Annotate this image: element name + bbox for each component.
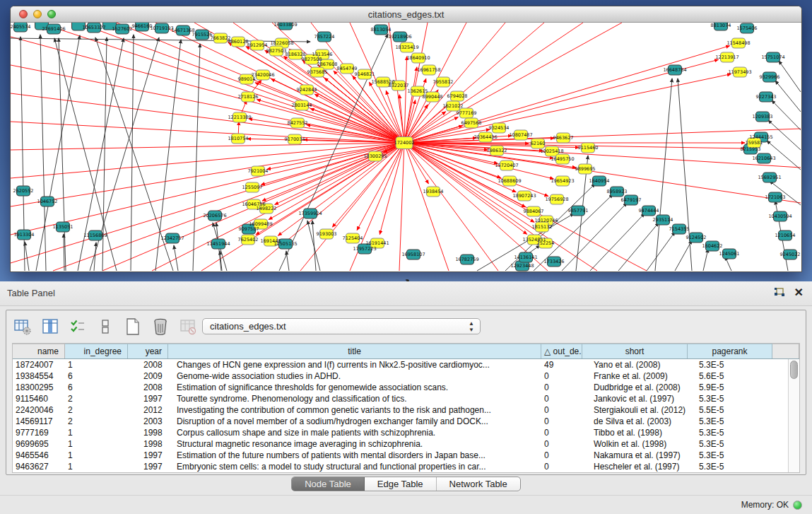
- table-cell: 5.3E-5: [688, 450, 772, 461]
- table-cell: 18724007: [13, 359, 65, 370]
- graph-node-label: 6479197: [621, 197, 642, 203]
- graph-node-label: 19756928: [545, 197, 568, 202]
- delete-column-icon[interactable]: [150, 316, 171, 337]
- table-cell: 5.5E-5: [688, 404, 772, 416]
- table-cell: Structural magnetic resonance image aver…: [168, 438, 541, 450]
- float-panel-icon[interactable]: [773, 287, 786, 298]
- show-columns-icon[interactable]: [95, 316, 116, 337]
- table-cell: Jankovic et al. (1997): [582, 393, 688, 404]
- table-cell: 5.3E-5: [688, 461, 772, 472]
- tab-edge-table[interactable]: Edge Table: [365, 477, 437, 491]
- new-table-icon[interactable]: [122, 316, 143, 337]
- graph-node-label: 989014: [238, 76, 256, 82]
- network-window-titlebar[interactable]: citations_edges.txt: [11, 6, 801, 23]
- graph-node-label: 1046752: [37, 199, 58, 204]
- graph-node-label: 20364436: [473, 134, 497, 140]
- graph-node-label: 18300295: [363, 153, 387, 159]
- graph-node-label: 252254: [537, 240, 555, 246]
- table-cell: 0: [541, 393, 582, 404]
- graph-node-label: 15751074: [761, 54, 784, 60]
- graph-node-label: 1209383: [753, 114, 773, 119]
- table-row[interactable]: 1830029562008Estimation of significance …: [13, 382, 788, 393]
- graph-node-label: 16191441: [365, 240, 389, 246]
- table-select-value: citations_edges.txt: [210, 321, 286, 332]
- graph-node-label: 7915526: [192, 32, 213, 37]
- graph-node-label: 9324534: [489, 125, 510, 131]
- graph-node-label: 16033809: [273, 23, 297, 28]
- graph-node-label: 16648784: [663, 67, 686, 73]
- network-graph-svg[interactable]: 2405574276914061065332715276029466160107…: [11, 23, 801, 271]
- table-row[interactable]: 946362711997Embryonic stem cells: a mode…: [13, 461, 788, 472]
- table-row[interactable]: 1938455462009Genome-wide association stu…: [13, 370, 788, 382]
- graph-node-label: 6794028: [447, 93, 468, 99]
- table-row[interactable]: 911546021997Tourette syndrome. Phenomeno…: [13, 393, 788, 404]
- table-row[interactable]: 1456911722003Disruption of a novel membe…: [13, 416, 788, 427]
- graph-node-label: 9170034: [285, 136, 305, 142]
- graph-node-label: 7125404: [343, 235, 363, 241]
- column-header-in-degree[interactable]: in_degree: [65, 344, 128, 358]
- graph-node-label: 9227343: [756, 94, 777, 100]
- network-view[interactable]: 2405574276914061065332715276029466160107…: [11, 23, 801, 271]
- column-header-year[interactable]: year: [128, 344, 168, 358]
- table-row[interactable]: 1872400712008Changes of HCN gene express…: [13, 359, 788, 370]
- table-row[interactable]: 977716911998Corpus callosum shape and si…: [13, 427, 788, 438]
- close-panel-icon[interactable]: ✕: [794, 287, 804, 298]
- graph-node-label: 10688609: [498, 178, 521, 184]
- graph-node-label: 2867608: [317, 62, 338, 67]
- table-cell: 0: [541, 450, 582, 461]
- graph-node-label: 8427552: [288, 120, 308, 126]
- table-select-dropdown[interactable]: citations_edges.txt ▲▼: [202, 318, 481, 334]
- graph-node-label: 7625402: [238, 237, 259, 243]
- table-cell: 6: [65, 370, 128, 382]
- graph-node-label: 10025418: [540, 148, 563, 154]
- table-cell: 2012: [128, 404, 168, 416]
- graph-node-label: 6497568: [461, 120, 482, 126]
- table-cell: Dudbridge et al. (2008): [582, 382, 688, 393]
- column-header-name[interactable]: name: [13, 344, 65, 358]
- memory-status-indicator: [793, 501, 802, 510]
- column-header-out-degree[interactable]: △ out_de...: [541, 344, 582, 358]
- table-panel: Table Panel ✕: [0, 281, 812, 514]
- select-columns-icon[interactable]: [67, 316, 88, 337]
- column-header-title[interactable]: title: [168, 344, 541, 358]
- table-cell: 2009: [128, 370, 168, 382]
- graph-node-label: 11973493: [728, 69, 751, 75]
- graph-node-label: 9193003: [317, 231, 337, 237]
- graph-node-label: 10719193: [150, 25, 173, 31]
- network-window[interactable]: citations_edges.txt 24055742769140610653…: [10, 6, 802, 272]
- column-header-pagerank[interactable]: pagerank: [688, 344, 772, 358]
- table-cell: 5.6E-5: [688, 370, 772, 382]
- column-header-short[interactable]: short: [582, 344, 688, 358]
- graph-node-label: 1575406: [737, 25, 758, 31]
- graph-node-label: 8912954: [247, 42, 268, 48]
- table-cell: 9777169: [13, 427, 65, 438]
- column-settings-icon[interactable]: [40, 316, 61, 337]
- graph-node-label: 1498222: [257, 206, 277, 211]
- graph-node-label: 1691445: [261, 238, 281, 244]
- table-scrollbar-thumb[interactable]: [790, 361, 798, 379]
- table-cell: 2: [65, 393, 128, 404]
- table-settings-icon[interactable]: [12, 316, 33, 337]
- table-cell: de Silva et al. (2003): [582, 416, 688, 427]
- table-row[interactable]: 969969511998Structural magnetic resonanc…: [13, 438, 788, 450]
- table-cell: 1997: [128, 461, 168, 472]
- graph-node-label: 19654923: [551, 178, 574, 184]
- graph-node-label: 10653327: [82, 25, 105, 30]
- table-cell: 1: [65, 427, 128, 438]
- table-cell: 9465546: [13, 450, 65, 461]
- table-scrollbar[interactable]: [788, 359, 799, 472]
- graph-node-label: 8860128: [228, 39, 249, 45]
- graph-node-label: 1527602: [112, 26, 133, 32]
- network-window-title: citations_edges.txt: [11, 9, 801, 20]
- table-rows[interactable]: 1872400712008Changes of HCN gene express…: [13, 359, 788, 472]
- tab-network-table[interactable]: Network Table: [437, 477, 520, 491]
- graph-node-label: 11451944: [206, 241, 230, 247]
- table-cell: 5.3E-5: [688, 416, 772, 427]
- graph-node-label: 12213389: [228, 115, 251, 120]
- table-panel-header[interactable]: Table Panel ✕: [0, 281, 812, 306]
- table-row[interactable]: 946554611997Estimation of the future num…: [13, 450, 788, 461]
- tab-node-table[interactable]: Node Table: [292, 477, 365, 491]
- graph-node-label: 9899695: [575, 166, 596, 172]
- graph-node-label: 62160: [531, 141, 546, 146]
- table-row[interactable]: 2242004622012Investigating the contribut…: [13, 404, 788, 416]
